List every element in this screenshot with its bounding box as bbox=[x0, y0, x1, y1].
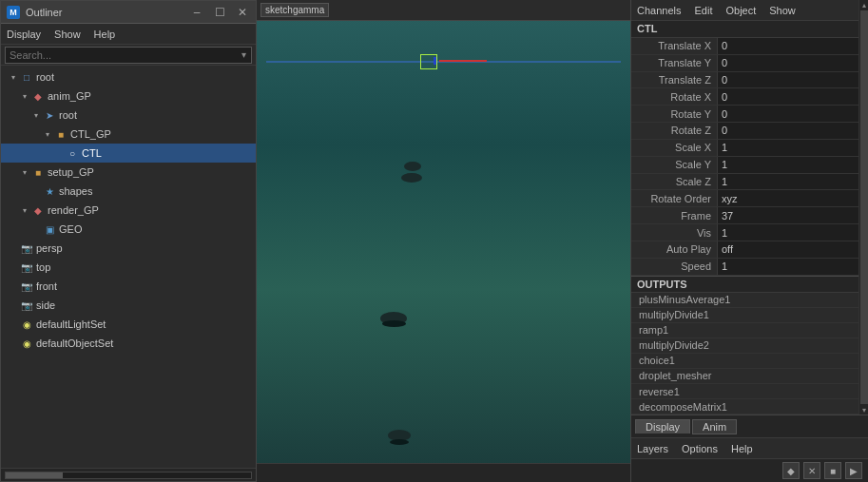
outliner-tree[interactable]: ▾ □ root ▾ ◆ anim_GP ▾ ➤ root ▾ ■ CTL_GP… bbox=[1, 66, 256, 468]
channel-value[interactable]: 1 bbox=[717, 157, 858, 173]
channel-scale-y[interactable]: Scale Y 1 bbox=[631, 157, 858, 174]
expand-arrow-empty bbox=[9, 300, 18, 310]
channel-rotate-x[interactable]: Rotate X 0 bbox=[631, 88, 858, 106]
light-set-icon: ◉ bbox=[20, 318, 33, 331]
channel-value[interactable]: 37 bbox=[717, 207, 858, 223]
droplet-small-1 bbox=[404, 162, 421, 171]
channelbox-vscroll[interactable]: ▴ ▾ bbox=[858, 0, 868, 415]
menu-show[interactable]: Show bbox=[54, 29, 81, 40]
tree-item-ctl[interactable]: ○ CTL bbox=[1, 144, 256, 163]
expand-arrow: ▾ bbox=[20, 205, 29, 215]
viewport-toolbar-label[interactable]: sketchgamma bbox=[260, 3, 329, 17]
close-button[interactable]: ✕ bbox=[235, 5, 250, 20]
output-row-0[interactable]: plusMinusAverage1 bbox=[631, 293, 858, 308]
channel-name: Auto Play bbox=[631, 243, 717, 255]
tree-item-top[interactable]: 📷 top bbox=[1, 258, 256, 277]
titlebar-controls: – ☐ ✕ bbox=[189, 5, 250, 20]
output-row-3[interactable]: multiplyDivide2 bbox=[631, 338, 858, 354]
mesh-icon: ★ bbox=[43, 184, 56, 198]
node-label: defaultLightSet bbox=[36, 318, 106, 330]
maya-logo-icon: M bbox=[7, 6, 20, 19]
menu-display[interactable]: Display bbox=[7, 29, 41, 40]
channel-value[interactable]: 0 bbox=[717, 55, 858, 71]
channel-rotate-z[interactable]: Rotate Z 0 bbox=[631, 123, 858, 140]
channel-vis[interactable]: Vis 1 bbox=[631, 224, 858, 241]
channel-translate-x[interactable]: Translate X 0 bbox=[631, 38, 858, 55]
viewport-content[interactable] bbox=[257, 21, 630, 463]
channel-scale-z[interactable]: Scale Z 1 bbox=[631, 174, 858, 191]
channel-value[interactable]: 1 bbox=[717, 224, 858, 241]
channel-value[interactable]: 1 bbox=[717, 259, 858, 275]
node-label: CTL bbox=[82, 147, 102, 159]
restore-button[interactable]: ☐ bbox=[212, 5, 227, 20]
output-row-6[interactable]: reverse1 bbox=[631, 384, 858, 399]
channelbox-footer: Display Anim Layers Options Help ◆ ✕ ■ ▶ bbox=[631, 415, 868, 482]
translate-y-arrow bbox=[434, 57, 436, 65]
menu-channels[interactable]: Channels bbox=[637, 5, 681, 16]
object-set-icon: ◉ bbox=[20, 337, 33, 350]
tree-item-front[interactable]: 📷 front bbox=[1, 277, 256, 296]
tree-item-render-gp[interactable]: ▾ ◆ render_GP bbox=[1, 201, 256, 220]
channel-value[interactable]: 0 bbox=[717, 123, 858, 139]
channel-scale-x[interactable]: Scale X 1 bbox=[631, 140, 858, 157]
tree-item-root[interactable]: ▾ □ root bbox=[1, 67, 256, 87]
menu-show-cb[interactable]: Show bbox=[769, 5, 796, 16]
output-row-7[interactable]: decomposeMatrix1 bbox=[631, 399, 858, 415]
footer-menubar: Layers Options Help bbox=[631, 438, 868, 459]
tree-item-default-light-set[interactable]: ◉ defaultLightSet bbox=[1, 315, 256, 334]
menu-object[interactable]: Object bbox=[725, 5, 756, 16]
key-icon[interactable]: ◆ bbox=[782, 462, 800, 479]
output-row-1[interactable]: multiplyDivide1 bbox=[631, 308, 858, 323]
tab-display[interactable]: Display bbox=[635, 419, 690, 434]
channel-value[interactable]: 0 bbox=[717, 72, 858, 88]
channel-value[interactable]: 1 bbox=[717, 174, 858, 190]
channel-value[interactable]: 0 bbox=[717, 106, 858, 122]
tab-anim[interactable]: Anim bbox=[692, 419, 737, 434]
channel-rotate-order[interactable]: Rotate Order xyz bbox=[631, 190, 858, 207]
tree-item-ctl-gp[interactable]: ▾ ■ CTL_GP bbox=[1, 125, 256, 144]
geo-icon: ▣ bbox=[43, 222, 56, 236]
mute-icon[interactable]: ■ bbox=[824, 462, 841, 479]
channel-translate-y[interactable]: Translate Y 0 bbox=[631, 55, 858, 72]
menu-help[interactable]: Help bbox=[94, 29, 116, 40]
menu-layers[interactable]: Layers bbox=[637, 443, 668, 454]
menu-edit[interactable]: Edit bbox=[694, 5, 712, 16]
tree-item-shapes[interactable]: ★ shapes bbox=[1, 182, 256, 201]
search-input[interactable] bbox=[5, 47, 252, 64]
menu-help-footer[interactable]: Help bbox=[731, 443, 753, 454]
output-row-2[interactable]: ramp1 bbox=[631, 323, 858, 338]
channel-value[interactable]: off bbox=[717, 241, 858, 258]
node-label: root bbox=[59, 109, 77, 121]
select-icon[interactable]: ▶ bbox=[845, 462, 862, 479]
minimize-button[interactable]: – bbox=[189, 5, 204, 20]
channel-rotate-y[interactable]: Rotate Y 0 bbox=[631, 106, 858, 123]
scroll-down-arrow[interactable]: ▾ bbox=[859, 405, 869, 415]
scroll-up-arrow[interactable]: ▴ bbox=[859, 0, 869, 10]
transform-icon: □ bbox=[20, 70, 33, 84]
tree-item-default-object-set[interactable]: ◉ defaultObjectSet bbox=[1, 334, 256, 353]
tree-item-persp[interactable]: 📷 persp bbox=[1, 239, 256, 258]
output-row-4[interactable]: choice1 bbox=[631, 354, 858, 369]
channel-value[interactable]: 1 bbox=[717, 140, 858, 156]
channel-auto-play[interactable]: Auto Play off bbox=[631, 241, 858, 259]
tree-item-anim-gp[interactable]: ▾ ◆ anim_GP bbox=[1, 87, 256, 106]
channel-value[interactable]: 0 bbox=[717, 38, 858, 54]
output-row-5[interactable]: droplet_mesher bbox=[631, 369, 858, 384]
camera-icon: 📷 bbox=[20, 280, 33, 293]
channel-value[interactable]: 0 bbox=[717, 88, 858, 105]
channel-translate-z[interactable]: Translate Z 0 bbox=[631, 72, 858, 89]
channel-frame[interactable]: Frame 37 bbox=[631, 207, 858, 224]
tree-item-geo[interactable]: ▣ GEO bbox=[1, 220, 256, 239]
hscroll-thumb bbox=[6, 472, 63, 478]
hscroll-track[interactable] bbox=[5, 472, 252, 479]
break-icon[interactable]: ✕ bbox=[803, 462, 820, 479]
tree-item-side[interactable]: 📷 side bbox=[1, 296, 256, 315]
camera-icon: 📷 bbox=[20, 241, 33, 255]
channel-value[interactable]: xyz bbox=[717, 190, 858, 206]
tree-item-root2[interactable]: ▾ ➤ root bbox=[1, 106, 256, 125]
search-dropdown-icon[interactable]: ▾ bbox=[241, 49, 246, 60]
tree-item-setup-gp[interactable]: ▾ ■ setup_GP bbox=[1, 163, 256, 182]
channel-speed[interactable]: Speed 1 bbox=[631, 259, 858, 276]
output-name: decomposeMatrix1 bbox=[639, 401, 727, 413]
menu-options[interactable]: Options bbox=[682, 443, 718, 454]
